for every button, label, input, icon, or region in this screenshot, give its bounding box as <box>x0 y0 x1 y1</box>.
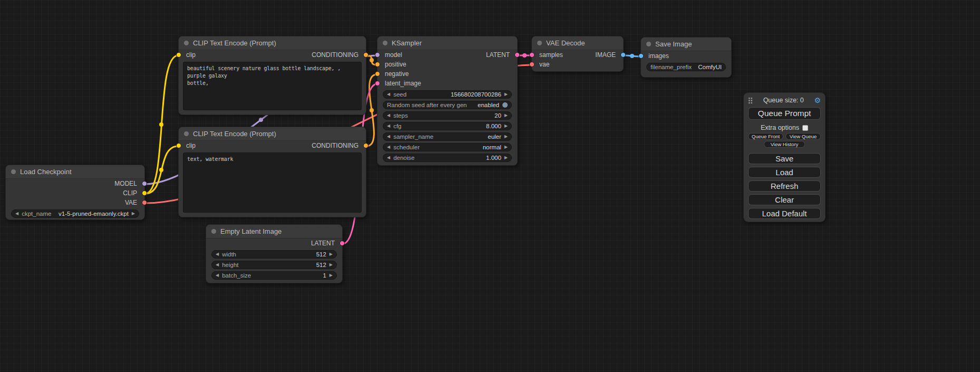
increment-icon[interactable]: ▶ <box>132 212 135 216</box>
collapse-dot-icon[interactable] <box>646 42 651 46</box>
node-vae-decode[interactable]: VAE Decode samples IMAGE vae <box>531 36 624 72</box>
decrement-icon[interactable]: ◀ <box>15 212 18 216</box>
conditioning-output-slot[interactable] <box>363 143 368 148</box>
height-widget[interactable]: ◀ height 512 ▶ <box>211 261 337 269</box>
decrement-icon[interactable]: ◀ <box>216 273 219 278</box>
increment-icon[interactable]: ▶ <box>504 145 508 149</box>
load-default-button[interactable]: Load Default <box>748 208 821 219</box>
samples-input-slot[interactable] <box>529 52 535 58</box>
sampler-name-widget[interactable]: ◀ sampler_name euler ▶ <box>383 132 512 141</box>
cfg-widget[interactable]: ◀ cfg 8.000 ▶ <box>383 122 512 130</box>
input-label: images <box>648 52 669 60</box>
queue-buttons-row: Queue Front View Queue <box>748 133 821 140</box>
collapse-dot-icon[interactable] <box>537 41 542 45</box>
collapse-dot-icon[interactable] <box>211 229 216 234</box>
node-title-bar[interactable]: Load Checkpoint <box>6 165 144 179</box>
collapse-dot-icon[interactable] <box>11 169 16 174</box>
prompt-textarea[interactable]: beautiful scenery nature glass bottle la… <box>183 62 362 110</box>
steps-widget[interactable]: ◀ steps 20 ▶ <box>383 111 512 120</box>
view-history-button[interactable]: View History <box>764 141 805 148</box>
seed-widget[interactable]: ◀ seed 156680208700286 ▶ <box>383 90 512 99</box>
increment-icon[interactable]: ▶ <box>329 263 333 267</box>
link-dot <box>159 122 163 127</box>
link-dot <box>370 108 374 112</box>
vae-input-slot[interactable] <box>529 62 535 67</box>
queue-prompt-button[interactable]: Queue Prompt <box>748 107 821 120</box>
latent-image-input-slot[interactable] <box>375 81 380 86</box>
batch-size-widget[interactable]: ◀ batch_size 1 ▶ <box>211 271 337 280</box>
increment-icon[interactable]: ▶ <box>504 156 508 160</box>
prompt-textarea[interactable]: text, watermark <box>183 152 362 213</box>
node-title-bar[interactable]: CLIP Text Encode (Prompt) <box>179 36 366 50</box>
image-output-slot[interactable] <box>620 52 626 58</box>
increment-icon[interactable]: ▶ <box>504 124 508 128</box>
load-button[interactable]: Load <box>748 167 821 178</box>
decrement-icon[interactable]: ◀ <box>216 263 219 267</box>
decrement-icon[interactable]: ◀ <box>387 135 390 139</box>
clip-input-slot[interactable] <box>176 52 181 58</box>
node-ksampler[interactable]: KSampler model LATENT positive negative … <box>377 36 518 166</box>
clip-output-slot[interactable] <box>142 190 147 196</box>
node-clip-text-encode-positive[interactable]: CLIP Text Encode (Prompt) clip CONDITION… <box>178 36 366 115</box>
filename-prefix-widget[interactable]: filename_prefix ComfyUI <box>646 63 726 71</box>
decrement-icon[interactable]: ◀ <box>216 252 219 256</box>
drag-handle-icon[interactable] <box>748 97 753 104</box>
decrement-icon[interactable]: ◀ <box>387 124 390 128</box>
decrement-icon[interactable]: ◀ <box>387 92 390 97</box>
images-input-slot[interactable] <box>638 53 644 59</box>
comfyui-canvas[interactable]: { "colors": { "MODEL": "#B39DDB", "CLIP"… <box>0 0 980 372</box>
increment-icon[interactable]: ▶ <box>504 113 508 118</box>
negative-input-slot[interactable] <box>375 71 380 77</box>
settings-gear-icon[interactable]: ⚙ <box>814 97 821 104</box>
extra-options-checkbox[interactable] <box>802 125 808 131</box>
node-title: Empty Latent Image <box>220 227 282 235</box>
node-title-bar[interactable]: KSampler <box>377 36 517 50</box>
node-clip-text-encode-negative[interactable]: CLIP Text Encode (Prompt) clip CONDITION… <box>178 127 366 217</box>
node-load-checkpoint[interactable]: Load Checkpoint MODEL CLIP VAE ◀ ckpt_na… <box>5 165 145 220</box>
queue-size-label: Queue size: 0 <box>753 97 814 104</box>
increment-icon[interactable]: ▶ <box>329 273 333 278</box>
ckpt-name-widget[interactable]: ◀ ckpt_name v1-5-pruned-emaonly.ckpt ▶ <box>11 209 139 218</box>
collapse-dot-icon[interactable] <box>184 131 189 136</box>
model-input-slot[interactable] <box>375 52 380 58</box>
increment-icon[interactable]: ▶ <box>504 135 508 139</box>
positive-input-slot[interactable] <box>375 62 380 67</box>
vae-output-slot[interactable] <box>142 200 147 205</box>
input-label: clip <box>186 51 196 59</box>
refresh-button[interactable]: Refresh <box>748 180 821 192</box>
widget-value: v1-5-pruned-emaonly.ckpt <box>59 211 129 217</box>
save-button[interactable]: Save <box>748 153 821 164</box>
toggle-dot-icon[interactable] <box>502 102 508 108</box>
decrement-icon[interactable]: ◀ <box>387 145 390 149</box>
node-title-bar[interactable]: Empty Latent Image <box>206 225 342 239</box>
node-title: CLIP Text Encode (Prompt) <box>193 130 276 138</box>
queue-front-button[interactable]: Queue Front <box>748 133 783 140</box>
width-widget[interactable]: ◀ width 512 ▶ <box>211 250 337 259</box>
decrement-icon[interactable]: ◀ <box>387 113 390 118</box>
widget-label: denoise <box>393 155 414 161</box>
latent-output-slot[interactable] <box>339 241 345 246</box>
scheduler-widget[interactable]: ◀ scheduler normal ▶ <box>383 143 512 151</box>
conditioning-output-slot[interactable] <box>363 52 368 58</box>
node-save-image[interactable]: Save Image images filename_prefix ComfyU… <box>641 37 732 78</box>
collapse-dot-icon[interactable] <box>184 41 189 45</box>
widget-label: batch_size <box>222 272 251 279</box>
decrement-icon[interactable]: ◀ <box>387 156 390 160</box>
node-title-bar[interactable]: CLIP Text Encode (Prompt) <box>179 127 366 141</box>
increment-icon[interactable]: ▶ <box>329 252 333 256</box>
increment-icon[interactable]: ▶ <box>504 92 508 97</box>
node-title-bar[interactable]: VAE Decode <box>532 36 623 50</box>
model-output-slot[interactable] <box>142 181 147 186</box>
widget-value: 1 <box>323 272 326 279</box>
widget-label: scheduler <box>393 144 420 150</box>
random-seed-toggle-widget[interactable]: Random seed after every gen enabled <box>383 101 512 109</box>
clip-input-slot[interactable] <box>176 143 181 148</box>
node-empty-latent-image[interactable]: Empty Latent Image LATENT ◀ width 512 ▶ … <box>206 224 343 283</box>
latent-output-slot[interactable] <box>515 52 520 58</box>
clear-button[interactable]: Clear <box>748 194 821 205</box>
slot-row: VAE <box>6 198 144 207</box>
collapse-dot-icon[interactable] <box>383 41 387 45</box>
denoise-widget[interactable]: ◀ denoise 1.000 ▶ <box>383 154 512 162</box>
node-title-bar[interactable]: Save Image <box>641 37 731 51</box>
view-queue-button[interactable]: View Queue <box>785 133 821 140</box>
